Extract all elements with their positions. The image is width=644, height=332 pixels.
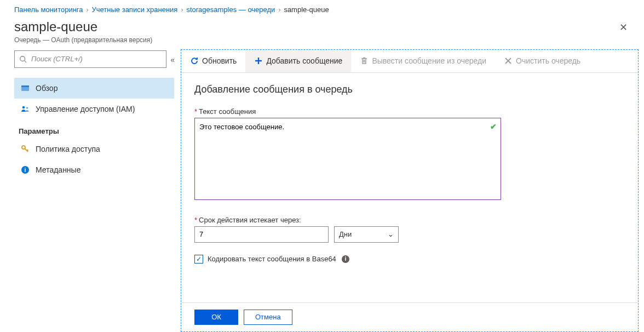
expires-label: *Срок действия истекает через: — [194, 216, 625, 224]
svg-point-4 — [22, 106, 25, 108]
toolbar-label: Вывести сообщение из очереди — [372, 56, 486, 65]
search-input[interactable] — [31, 55, 162, 63]
svg-point-5 — [26, 107, 28, 109]
sidebar-section-title: Параметры — [14, 119, 174, 139]
expires-unit-select[interactable]: Дни ⌄ — [334, 226, 399, 243]
add-message-button[interactable]: Добавить сообщение — [245, 50, 351, 72]
toolbar-label: Очистить очередь — [516, 56, 580, 65]
msg-label: *Текст сообщения — [194, 107, 625, 116]
required-marker: * — [194, 216, 197, 224]
iam-icon — [20, 104, 30, 114]
search-input-wrap[interactable] — [14, 50, 166, 68]
chevron-right-icon: › — [87, 6, 89, 14]
sidebar-item-metadata[interactable]: i Метаданные — [14, 159, 174, 180]
sidebar-item-label: Метаданные — [36, 165, 81, 174]
encode-base64-checkbox[interactable]: ✓ — [194, 255, 203, 264]
page-subtitle: Очередь — OAuth (предварительная версия) — [14, 36, 152, 44]
sidebar-item-label: Политика доступа — [36, 145, 100, 153]
info-tooltip-icon[interactable]: i — [342, 255, 349, 263]
form-heading: Добавление сообщения в очередь — [194, 84, 625, 95]
key-icon — [20, 144, 30, 154]
toolbar-label: Добавить сообщение — [266, 56, 342, 65]
chevron-down-icon: ⌄ — [388, 230, 394, 238]
info-icon: i — [20, 165, 30, 175]
chevron-right-icon: › — [278, 6, 280, 14]
main-pane: Обновить Добавить сообщение Вывести сооб… — [181, 49, 639, 332]
ok-button[interactable]: ОК — [194, 310, 238, 325]
collapse-sidebar-icon[interactable]: « — [169, 54, 176, 66]
sidebar-item-iam[interactable]: Управление доступом (IAM) — [14, 99, 174, 119]
dialog-footer: ОК Отмена — [181, 302, 638, 331]
valid-check-icon: ✔ — [490, 122, 497, 131]
clear-queue-button: Очистить очередь — [495, 50, 589, 72]
sidebar-item-overview[interactable]: Обзор — [14, 78, 174, 99]
svg-rect-3 — [21, 85, 29, 87]
cancel-button[interactable]: Отмена — [244, 310, 292, 325]
close-icon[interactable]: ✕ — [617, 19, 630, 36]
sidebar-item-label: Обзор — [36, 84, 58, 93]
page-title: sample-queue — [14, 19, 152, 35]
dequeue-button: Вывести сообщение из очереди — [351, 50, 495, 72]
breadcrumb-storage-accounts[interactable]: Учетные записи хранения — [92, 5, 178, 14]
svg-text:i: i — [25, 167, 26, 173]
chevron-right-icon: › — [181, 6, 183, 14]
select-value: Дни — [339, 230, 352, 238]
refresh-button[interactable]: Обновить — [181, 50, 245, 72]
page-header: sample-queue Очередь — OAuth (предварите… — [0, 16, 644, 49]
overview-icon — [20, 83, 30, 93]
trash-icon — [360, 56, 369, 65]
close-icon — [504, 56, 513, 65]
sidebar-item-label: Управление доступом (IAM) — [36, 105, 135, 113]
breadcrumb-current: sample-queue — [284, 5, 329, 14]
search-icon — [19, 55, 27, 63]
breadcrumb-queues[interactable]: storagesamples — очереди — [186, 5, 275, 14]
refresh-icon — [190, 56, 199, 65]
toolbar: Обновить Добавить сообщение Вывести сооб… — [181, 50, 638, 73]
toolbar-label: Обновить — [202, 56, 237, 65]
svg-point-0 — [20, 56, 25, 61]
required-marker: * — [194, 107, 197, 116]
sidebar: « Обзор Управление доступом (IAM) Параме… — [0, 49, 181, 332]
message-text-input[interactable] — [194, 118, 501, 200]
form-content: Добавление сообщения в очередь *Текст со… — [181, 73, 638, 302]
breadcrumb-dashboard[interactable]: Панель мониторинга — [14, 5, 83, 14]
sidebar-item-access-policy[interactable]: Политика доступа — [14, 139, 174, 159]
breadcrumb: Панель мониторинга › Учетные записи хран… — [0, 0, 644, 16]
plus-icon — [254, 56, 263, 65]
encode-label: Кодировать текст сообщения в Base64 — [208, 255, 336, 263]
expires-value-input[interactable] — [194, 226, 329, 243]
svg-line-1 — [25, 60, 27, 62]
